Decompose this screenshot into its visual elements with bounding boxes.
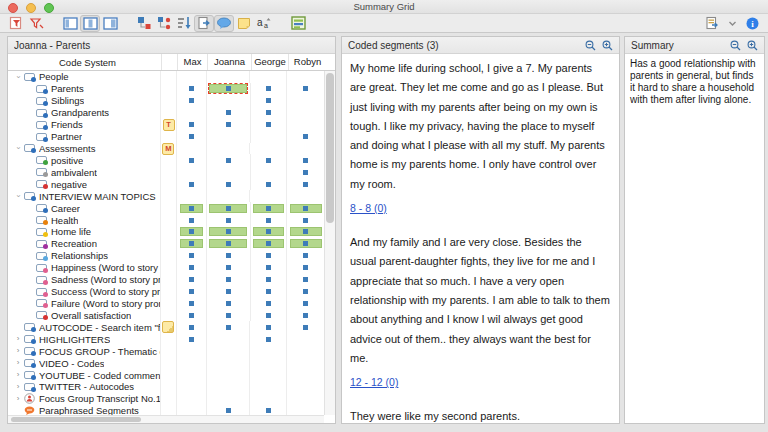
grid-cell-george[interactable] <box>249 369 286 381</box>
grid-cell-robyn[interactable] <box>286 71 324 83</box>
code-name-cell[interactable]: Failure (Word to story prompts) <box>8 298 160 310</box>
grid-cell-joanna[interactable] <box>206 381 250 393</box>
code-name-cell[interactable]: Parents <box>8 83 160 95</box>
grid-cell-george[interactable] <box>250 202 287 214</box>
expand-chevron-icon[interactable]: › <box>12 371 24 379</box>
code-row[interactable]: ›People <box>8 71 324 83</box>
insert-summary-icon[interactable] <box>6 15 26 32</box>
grid-cell-joanna[interactable] <box>206 357 250 369</box>
grid-cell-robyn[interactable] <box>286 298 324 310</box>
grid-cell-max[interactable] <box>176 309 206 321</box>
subcodes-icon[interactable] <box>154 15 174 32</box>
grid-cell-max[interactable] <box>176 226 206 238</box>
expand-chevron-icon[interactable]: › <box>12 383 24 391</box>
grid-cell-george[interactable] <box>250 107 287 119</box>
grid-cell-max[interactable] <box>176 369 206 381</box>
view-one-panel-icon[interactable] <box>60 15 80 32</box>
code-row[interactable]: Success (Word to story promp <box>8 286 324 298</box>
grid-cell-george[interactable] <box>250 286 287 298</box>
code-row[interactable]: Sadness (Word to story promp <box>8 274 324 286</box>
grid-cell-max[interactable] <box>176 333 206 345</box>
code-name-cell[interactable]: ›INTERVIEW MAIN TOPICS <box>8 190 160 202</box>
code-row[interactable]: positive <box>8 154 324 166</box>
grid-cell-george[interactable] <box>250 309 287 321</box>
code-name-cell[interactable]: Partner <box>8 131 160 143</box>
grid-cell-joanna[interactable] <box>206 214 250 226</box>
grid-cell-george[interactable] <box>250 250 287 262</box>
comment-icon[interactable] <box>214 15 234 32</box>
collapse-chevron-icon[interactable]: › <box>14 143 22 155</box>
grid-cell-robyn[interactable] <box>286 131 324 143</box>
grid-cell-max[interactable] <box>176 250 206 262</box>
grid-cell-joanna[interactable] <box>206 107 250 119</box>
memo-icon[interactable] <box>234 15 254 32</box>
grid-cell-max[interactable] <box>176 238 206 250</box>
origin-source-icon[interactable] <box>194 15 214 32</box>
grid-cell-joanna[interactable] <box>206 202 250 214</box>
grid-cell-robyn[interactable] <box>286 274 324 286</box>
code-row[interactable]: Happiness (Word to story promp <box>8 262 324 274</box>
grid-cell-robyn[interactable] <box>286 202 324 214</box>
grid-cell-joanna[interactable] <box>206 95 250 107</box>
code-name-cell[interactable]: ›People <box>8 71 160 83</box>
grid-cell-robyn[interactable] <box>286 238 324 250</box>
code-name-cell[interactable]: Happiness (Word to story promp <box>8 262 160 274</box>
grid-cell-joanna[interactable] <box>206 345 250 357</box>
code-name-cell[interactable]: ›Assessments <box>8 143 160 155</box>
column-header-code-system[interactable]: Code System <box>8 57 161 68</box>
code-row[interactable]: Paraphrased Segments <box>8 405 324 415</box>
grid-cell-robyn[interactable] <box>286 250 324 262</box>
code-row[interactable]: Parents <box>8 83 324 95</box>
grid-cell-george[interactable] <box>250 83 287 95</box>
expand-chevron-icon[interactable]: › <box>12 359 24 367</box>
grid-cell-max[interactable] <box>176 214 206 226</box>
grid-cell-max[interactable] <box>176 381 206 393</box>
grid-cell-max[interactable] <box>176 190 206 202</box>
info-icon[interactable]: i <box>742 15 762 32</box>
grid-cell-robyn[interactable] <box>286 226 324 238</box>
grid-cell-robyn[interactable] <box>286 95 324 107</box>
grid-cell-george[interactable] <box>250 298 287 310</box>
column-header-max[interactable]: Max <box>177 54 207 70</box>
code-row[interactable]: Relationships <box>8 250 324 262</box>
grid-cell-max[interactable] <box>176 405 206 415</box>
code-row[interactable]: FriendsT <box>8 119 324 131</box>
code-name-cell[interactable]: positive <box>8 154 160 166</box>
grid-cell-robyn[interactable] <box>286 154 324 166</box>
grid-cell-joanna[interactable] <box>206 262 250 274</box>
grid-cell-george[interactable] <box>250 95 287 107</box>
grid-cell-max[interactable] <box>176 119 206 131</box>
code-name-cell[interactable]: Recreation <box>8 238 160 250</box>
grid-cell-robyn[interactable] <box>286 107 324 119</box>
grid-cell-max[interactable] <box>176 286 206 298</box>
zoom-out-icon[interactable] <box>585 40 596 51</box>
grid-cell-george[interactable] <box>249 190 286 202</box>
export-icon[interactable] <box>702 15 722 32</box>
code-name-cell[interactable]: Friends <box>8 119 160 131</box>
grid-cell-george[interactable] <box>249 345 286 357</box>
grid-cell-joanna[interactable] <box>206 71 250 83</box>
grid-cell-george[interactable] <box>250 119 287 131</box>
code-row[interactable]: ›AssessmentsM <box>8 143 324 155</box>
code-row[interactable]: Home life <box>8 226 324 238</box>
code-name-cell[interactable]: AUTOCODE - Search item "family" <box>8 321 160 333</box>
grid-cell-robyn[interactable] <box>286 405 324 415</box>
code-name-cell[interactable]: Career <box>8 202 160 214</box>
grid-cell-joanna[interactable] <box>206 405 250 415</box>
grid-cell-max[interactable] <box>176 95 206 107</box>
expand-chevron-icon[interactable]: › <box>12 335 24 343</box>
grid-cell-joanna[interactable] <box>206 238 250 250</box>
segment-position-link[interactable]: 12 - 12 (0) <box>350 376 398 388</box>
grid-cell-joanna[interactable] <box>206 143 250 155</box>
code-name-cell[interactable]: negative <box>8 178 160 190</box>
code-name-cell[interactable]: Success (Word to story promp <box>8 286 160 298</box>
code-row[interactable]: ›YOUTUBE - Coded comments <box>8 369 324 381</box>
code-name-cell[interactable]: Siblings <box>8 95 160 107</box>
grid-cell-joanna[interactable] <box>206 178 250 190</box>
collapse-chevron-icon[interactable]: › <box>14 190 22 202</box>
coded-segments-body[interactable]: My home life during school, I give a 7. … <box>342 54 619 423</box>
chevron-down-icon[interactable] <box>722 15 742 32</box>
expand-chevron-icon[interactable]: › <box>12 395 24 403</box>
grid-cell-robyn[interactable] <box>286 178 324 190</box>
collapse-chevron-icon[interactable]: › <box>14 71 22 83</box>
